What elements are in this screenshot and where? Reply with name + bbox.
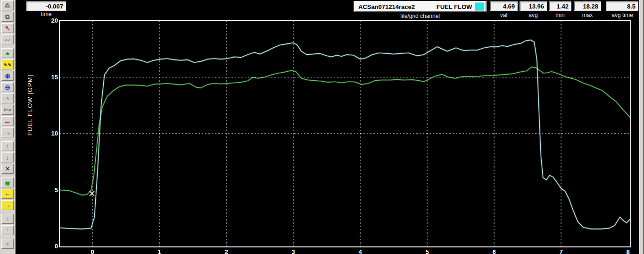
x-tick-label: 4 [355, 248, 365, 254]
stat-val-label: val [490, 12, 517, 18]
file-grid-channel-label: file/grid channel [354, 13, 486, 19]
cursor-time-readout: -0.007 [27, 2, 66, 10]
stat-val-readout: 4.69 [490, 2, 517, 10]
nudge-right-button[interactable]: → [1, 200, 14, 210]
x-tick-label: 8 [623, 248, 633, 254]
copy-button[interactable]: ⧉ [1, 12, 14, 22]
stat-avg-label: avg [520, 12, 546, 18]
print-button[interactable]: ⎙ [1, 0, 14, 10]
pan-right-button[interactable]: → [1, 127, 14, 137]
x-tick-label: 5 [422, 248, 432, 254]
chart-plot-area[interactable] [59, 20, 631, 247]
overlay-traces-button[interactable]: ∿∿ [1, 59, 14, 69]
go-start-button[interactable]: ◉ [1, 178, 14, 187]
nudge-left-button[interactable]: ← [1, 189, 14, 199]
trace-cyan [60, 40, 630, 229]
x-tick-label: 7 [556, 248, 566, 254]
delete-trace-button[interactable]: ✕ [1, 164, 14, 174]
window-right-border [639, 0, 644, 254]
eraser-button[interactable]: ▱ [1, 34, 14, 44]
file-name: ACSan071214race2 [358, 3, 415, 10]
stat-avgtime-label: avg time [607, 12, 638, 18]
stat-max-readout: 18.28 [574, 2, 601, 10]
file-grid-channel-selector[interactable]: ACSan071214race2 FUEL FLOW [354, 1, 486, 12]
trace-green [60, 67, 630, 195]
compare-mark-button: ! [1, 225, 14, 235]
y-tick-label: 5 [41, 186, 58, 194]
x-tick-label: 2 [222, 248, 231, 254]
stat-min-label: min [549, 12, 571, 18]
x-tick-label: 6 [489, 248, 499, 254]
stat-max-label: max [574, 12, 601, 18]
trace-cyan [60, 40, 630, 229]
goto-origin-button[interactable]: ↖ [1, 23, 14, 33]
shift-y-down-button[interactable]: ↓ [1, 152, 14, 162]
stat-avgtime-readout: 8.5 [607, 2, 638, 10]
fuel-flow-chart [60, 21, 630, 246]
channel-name: FUEL FLOW [434, 3, 475, 10]
filter-shape-button: ● [1, 239, 14, 249]
x-tick-label: 1 [155, 248, 164, 254]
zoom-in-button[interactable]: ⊕ [1, 71, 14, 81]
y-tick-label: 15 [41, 74, 58, 81]
y-tick-label: 20 [41, 17, 58, 24]
scale-y-button[interactable]: ↕ [1, 141, 14, 151]
expand-x-button[interactable]: ←∿→ [1, 93, 14, 103]
zoom-out-button[interactable]: ⊖ [1, 82, 14, 92]
stat-avg-readout: 13.96 [520, 2, 546, 10]
compare-plusminus-button: ± [1, 214, 14, 224]
toolbar: ⎙ ⧉ ↖ ▱ ● ∿∿ ⊕ ⊖ ←∿→ 0∿x ← → ↕ ↓ ✕ ◉ ← →… [0, 0, 16, 254]
y-tick-label: 0 [41, 243, 58, 250]
zero-x-button[interactable]: 0∿x [1, 105, 14, 115]
stat-min-readout: 1.42 [549, 2, 571, 10]
x-tick-label: 0 [88, 248, 97, 254]
x-tick-label: 3 [289, 248, 298, 254]
pan-left-button[interactable]: ← [1, 116, 14, 126]
cursor-time-label: time [27, 11, 66, 17]
y-tick-label: 10 [41, 130, 58, 137]
channel-color-swatch [475, 2, 484, 11]
y-axis-title: FUEL FLOW [GPM] [26, 75, 33, 135]
pointer-trace-button[interactable]: ● [1, 48, 14, 58]
